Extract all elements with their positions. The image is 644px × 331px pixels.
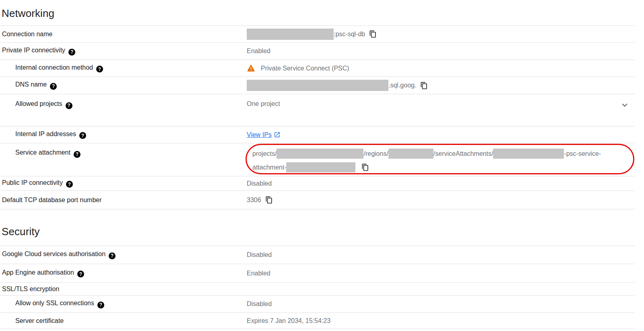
connection-name-suffix: :psc-sql-db (334, 31, 365, 38)
dns-name-value: .sql.goog. (247, 80, 428, 91)
gcs-auth-label: Google Cloud services authorisation? (0, 250, 247, 259)
public-ip-value: Disabled (247, 180, 272, 187)
instance-details-page: Networking Connection name :psc-sql-db P… (0, 0, 644, 331)
redacted-dns-name (247, 80, 388, 91)
default-port-label: Default TCP database port number (0, 197, 247, 204)
default-port-value: 3306 (247, 196, 273, 204)
ssl-only-label-text: Allow only SSL connections (15, 300, 94, 306)
redacted-attachment-id (493, 149, 564, 159)
sa-seg-suffix: -psc-service- (564, 150, 601, 157)
public-ip-label-text: Public IP connectivity (2, 179, 63, 186)
private-ip-label: Private IP connectivity? (0, 47, 247, 56)
dns-name-label: DNS name? (0, 81, 247, 90)
row-dns-name: DNS name? .sql.goog. (0, 77, 635, 94)
private-ip-label-text: Private IP connectivity (2, 47, 65, 54)
networking-table: Connection name :psc-sql-db Private IP c… (0, 25, 635, 209)
copy-icon[interactable] (369, 30, 377, 38)
help-icon[interactable]: ? (109, 252, 116, 259)
networking-heading: Networking (0, 0, 635, 25)
security-table: Google Cloud services authorisation? Dis… (0, 246, 635, 329)
copy-icon[interactable] (265, 196, 273, 204)
row-service-attachment: Service attachment? projects//regions//s… (0, 143, 635, 176)
row-gcs-authorisation: Google Cloud services authorisation? Dis… (0, 246, 635, 264)
row-internal-connection-method: Internal connection method? Private Serv… (0, 60, 635, 77)
warning-icon (247, 64, 255, 72)
connection-name-label: Connection name (0, 31, 247, 38)
internal-ips-label: Internal IP addresses? (0, 130, 247, 139)
internal-ips-value: View IPs (247, 131, 281, 139)
redacted-attachment-suffix (286, 162, 355, 172)
help-icon[interactable]: ? (96, 66, 103, 72)
service-attachment-label-text: Service attachment (15, 149, 70, 156)
row-internal-ip-addresses: Internal IP addresses? View IPs (0, 126, 635, 143)
row-allow-only-ssl: Allow only SSL connections? Disabled (0, 295, 635, 312)
copy-icon[interactable] (420, 82, 428, 89)
ssl-only-value: Disabled (247, 300, 272, 308)
service-attachment-value: projects//regions//serviceAttachments/-p… (247, 143, 601, 174)
row-public-ip: Public IP connectivity? Disabled (0, 176, 635, 190)
help-icon[interactable]: ? (68, 49, 75, 56)
sa-seg-projects: projects/ (252, 150, 277, 157)
service-attachment-label: Service attachment? (0, 143, 247, 158)
allowed-projects-label: Allowed projects? (0, 100, 247, 109)
dns-suffix: .sql.goog. (388, 82, 416, 89)
gcs-auth-label-text: Google Cloud services authorisation (2, 250, 105, 257)
networking-section: Networking Connection name :psc-sql-db P… (0, 0, 635, 209)
help-icon[interactable]: ? (79, 132, 86, 139)
app-engine-auth-label-text: App Engine authorisation (2, 269, 74, 276)
external-link-icon (274, 131, 281, 138)
redacted-project-id (247, 29, 334, 40)
sa-seg-regions: /regions/ (363, 150, 388, 157)
view-ips-link[interactable]: View IPs (247, 131, 281, 139)
private-ip-value: Enabled (247, 48, 270, 55)
help-icon[interactable]: ? (50, 83, 57, 90)
help-icon[interactable]: ? (74, 151, 80, 158)
row-private-ip: Private IP connectivity? Enabled (0, 42, 635, 60)
ssl-only-label: Allow only SSL connections? (0, 300, 247, 308)
redacted-project-id (277, 149, 363, 159)
row-ssl-tls: SSL/TLS encryption (0, 282, 635, 295)
help-icon[interactable]: ? (66, 102, 72, 109)
app-engine-auth-value: Enabled (247, 270, 270, 277)
public-ip-label: Public IP connectivity? (0, 179, 247, 188)
connection-name-value: :psc-sql-db (247, 29, 377, 40)
help-icon[interactable]: ? (97, 302, 104, 308)
allowed-projects-label-text: Allowed projects (15, 100, 62, 107)
redacted-region (388, 149, 433, 159)
row-app-engine-authorisation: App Engine authorisation? Enabled (0, 264, 635, 282)
copy-icon[interactable] (361, 163, 369, 171)
server-cert-value: Expires 7 Jan 2034, 15:54:23 (247, 317, 330, 325)
dns-name-label-text: DNS name (15, 81, 47, 88)
row-allowed-projects: Allowed projects? One project (0, 94, 635, 126)
help-icon[interactable]: ? (66, 181, 73, 188)
chevron-down-icon[interactable] (619, 100, 630, 112)
security-section: Security Google Cloud services authorisa… (0, 209, 635, 329)
help-icon[interactable]: ? (77, 271, 84, 277)
port-number: 3306 (247, 197, 261, 204)
app-engine-auth-label: App Engine authorisation? (0, 269, 247, 278)
gcs-auth-value: Disabled (247, 251, 272, 259)
internal-method-value: Private Service Connect (PSC) (247, 64, 349, 72)
internal-method-text: Private Service Connect (PSC) (261, 65, 349, 72)
row-connection-name: Connection name :psc-sql-db (0, 25, 635, 42)
row-default-port: Default TCP database port number 3306 (0, 190, 635, 209)
security-heading: Security (0, 209, 635, 246)
allowed-projects-value: One project (247, 100, 280, 108)
internal-ips-label-text: Internal IP addresses (15, 130, 76, 137)
internal-method-label: Internal connection method? (0, 64, 247, 73)
ssl-tls-label: SSL/TLS encryption (0, 285, 247, 293)
row-server-certificate: Server certificate Expires 7 Jan 2034, 1… (0, 312, 635, 329)
sa-seg-attachments: /serviceAttachments/ (433, 150, 493, 157)
view-ips-link-text: View IPs (247, 131, 272, 139)
internal-method-label-text: Internal connection method (15, 64, 93, 71)
sa-line2-prefix: attachment- (252, 164, 286, 171)
server-cert-label: Server certificate (0, 317, 247, 325)
